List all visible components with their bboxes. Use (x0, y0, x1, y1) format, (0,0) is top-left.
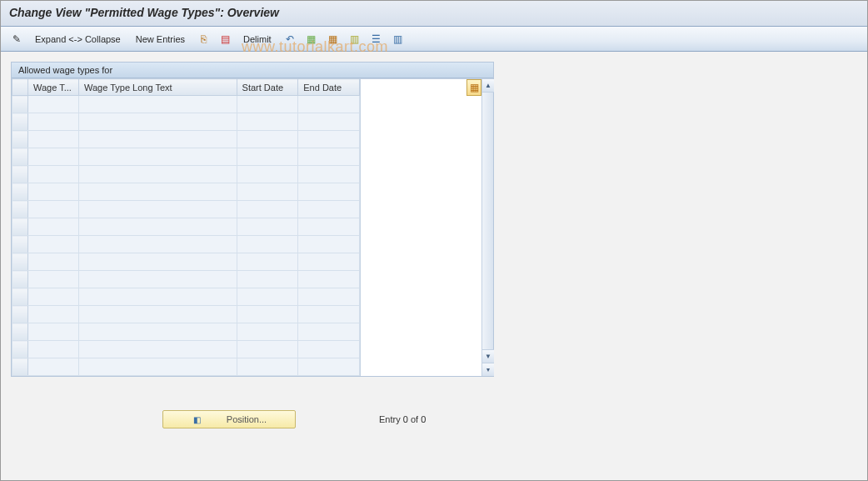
cell[interactable] (237, 183, 298, 201)
cell[interactable] (27, 113, 78, 131)
cell[interactable] (27, 183, 78, 201)
cell[interactable] (298, 183, 360, 201)
cell[interactable] (27, 96, 78, 113)
scroll-up-arrow[interactable]: ▲ (482, 79, 494, 93)
table-row[interactable] (12, 148, 360, 166)
row-selector[interactable] (12, 113, 28, 131)
cell[interactable] (27, 253, 78, 271)
cell[interactable] (298, 323, 360, 341)
row-selector[interactable] (12, 323, 28, 341)
row-selector[interactable] (12, 341, 28, 358)
cell[interactable] (237, 201, 298, 218)
cell[interactable] (237, 288, 298, 306)
row-selector[interactable] (12, 166, 28, 183)
cell[interactable] (79, 236, 237, 253)
row-selector[interactable] (12, 236, 28, 253)
undo-button[interactable] (281, 30, 299, 48)
row-selector[interactable] (12, 288, 28, 306)
table-row[interactable] (12, 341, 360, 358)
cell[interactable] (298, 288, 360, 306)
cell[interactable] (298, 148, 360, 166)
table-row[interactable] (12, 218, 360, 236)
cell[interactable] (79, 201, 237, 218)
table-row[interactable] (12, 306, 360, 323)
row-selector[interactable] (12, 358, 28, 376)
expand-collapse-button[interactable]: Expand <-> Collapse (29, 30, 127, 48)
table-settings-button[interactable] (367, 30, 386, 48)
cell[interactable] (79, 113, 237, 131)
cell[interactable] (79, 183, 237, 201)
cell[interactable] (237, 323, 298, 341)
cell[interactable] (298, 306, 360, 323)
row-selector[interactable] (12, 218, 28, 236)
cell[interactable] (79, 288, 237, 306)
cell[interactable] (27, 358, 78, 376)
toggle-change-button[interactable] (7, 30, 26, 48)
delimit-button[interactable]: Delimit (237, 30, 277, 48)
col-wage-type[interactable]: Wage T... (27, 79, 78, 96)
scroll-down-arrow[interactable]: ▼ (482, 349, 494, 363)
row-selector[interactable] (12, 306, 28, 323)
table-row[interactable] (12, 113, 360, 131)
cell[interactable] (237, 96, 298, 113)
row-selector[interactable] (12, 183, 28, 201)
table-row[interactable] (12, 96, 360, 113)
cell[interactable] (298, 358, 360, 376)
print-button[interactable] (389, 30, 407, 48)
cell[interactable] (237, 253, 298, 271)
cell[interactable] (298, 96, 360, 113)
cell[interactable] (298, 218, 360, 236)
cell[interactable] (298, 113, 360, 131)
table-row[interactable] (12, 131, 360, 148)
cell[interactable] (237, 341, 298, 358)
row-selector-header[interactable] (12, 79, 28, 96)
scroll-end-arrow[interactable]: ▾ (482, 363, 494, 376)
cell[interactable] (237, 271, 298, 288)
cell[interactable] (298, 201, 360, 218)
cell[interactable] (27, 218, 78, 236)
cell[interactable] (79, 131, 237, 148)
delete-button[interactable] (216, 30, 234, 48)
col-wage-type-long[interactable]: Wage Type Long Text (79, 79, 237, 96)
cell[interactable] (237, 306, 298, 323)
table-row[interactable] (12, 201, 360, 218)
row-selector[interactable] (12, 131, 28, 148)
cell[interactable] (79, 218, 237, 236)
table-row[interactable] (12, 166, 360, 183)
row-selector[interactable] (12, 96, 28, 113)
cell[interactable] (27, 148, 78, 166)
table-row[interactable] (12, 236, 360, 253)
deselect-all-button[interactable] (346, 30, 364, 48)
table-row[interactable] (12, 253, 360, 271)
cell[interactable] (237, 166, 298, 183)
cell[interactable] (27, 236, 78, 253)
row-selector[interactable] (12, 271, 28, 288)
table-configure-button[interactable] (466, 79, 481, 96)
cell[interactable] (27, 341, 78, 358)
cell[interactable] (237, 358, 298, 376)
position-button[interactable]: ◧ Position... (162, 410, 296, 428)
cell[interactable] (79, 358, 237, 376)
cell[interactable] (27, 131, 78, 148)
cell[interactable] (298, 166, 360, 183)
cell[interactable] (79, 323, 237, 341)
cell[interactable] (79, 271, 237, 288)
cell[interactable] (237, 148, 298, 166)
vertical-scrollbar[interactable]: ▲ ▼ ▾ (481, 79, 493, 376)
cell[interactable] (27, 271, 78, 288)
row-selector[interactable] (12, 148, 28, 166)
table-row[interactable] (12, 358, 360, 376)
row-selector[interactable] (12, 253, 28, 271)
cell[interactable] (298, 236, 360, 253)
cell[interactable] (237, 236, 298, 253)
cell[interactable] (27, 306, 78, 323)
table-row[interactable] (12, 288, 360, 306)
table-row[interactable] (12, 271, 360, 288)
cell[interactable] (237, 218, 298, 236)
cell[interactable] (298, 253, 360, 271)
cell[interactable] (298, 271, 360, 288)
cell[interactable] (237, 131, 298, 148)
cell[interactable] (27, 323, 78, 341)
cell[interactable] (79, 341, 237, 358)
cell[interactable] (237, 113, 298, 131)
